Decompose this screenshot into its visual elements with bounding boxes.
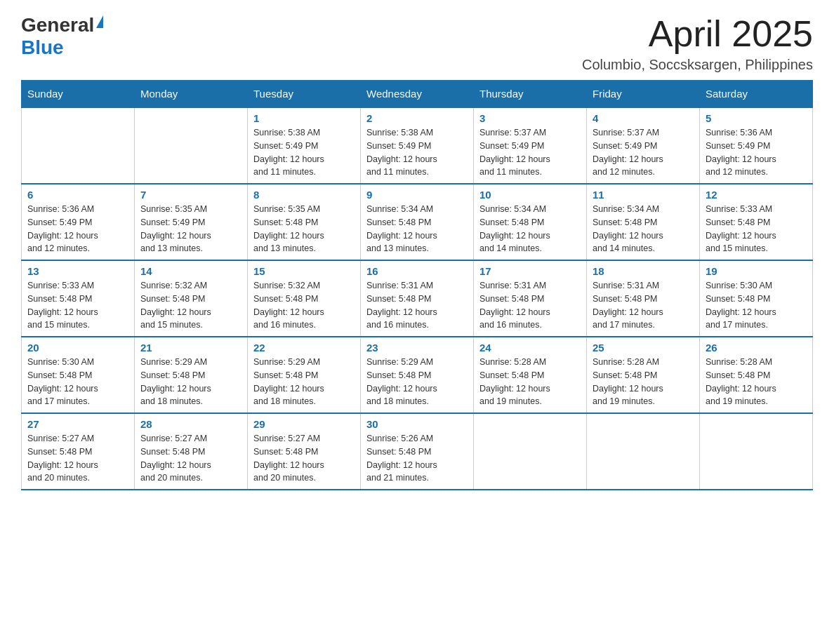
calendar-cell: 28Sunrise: 5:27 AM Sunset: 5:48 PM Dayli… (135, 413, 248, 490)
calendar-header-friday: Friday (587, 81, 700, 108)
day-info: Sunrise: 5:32 AM Sunset: 5:48 PM Dayligh… (253, 279, 355, 332)
calendar-cell: 17Sunrise: 5:31 AM Sunset: 5:48 PM Dayli… (474, 260, 587, 337)
calendar-header-row: SundayMondayTuesdayWednesdayThursdayFrid… (22, 81, 813, 108)
day-number: 30 (366, 418, 468, 430)
calendar-cell: 6Sunrise: 5:36 AM Sunset: 5:49 PM Daylig… (22, 184, 135, 260)
calendar-cell: 11Sunrise: 5:34 AM Sunset: 5:48 PM Dayli… (587, 184, 700, 260)
day-info: Sunrise: 5:27 AM Sunset: 5:48 PM Dayligh… (27, 432, 128, 485)
calendar-header-thursday: Thursday (474, 81, 587, 108)
day-number: 9 (366, 189, 468, 201)
calendar-week-2: 6Sunrise: 5:36 AM Sunset: 5:49 PM Daylig… (22, 184, 813, 260)
calendar-cell: 21Sunrise: 5:29 AM Sunset: 5:48 PM Dayli… (135, 337, 248, 413)
day-info: Sunrise: 5:28 AM Sunset: 5:48 PM Dayligh… (593, 356, 694, 408)
calendar-week-1: 1Sunrise: 5:38 AM Sunset: 5:49 PM Daylig… (22, 107, 813, 184)
day-info: Sunrise: 5:28 AM Sunset: 5:48 PM Dayligh… (479, 356, 581, 408)
calendar-cell: 12Sunrise: 5:33 AM Sunset: 5:48 PM Dayli… (700, 184, 813, 260)
day-number: 19 (706, 265, 807, 277)
calendar-cell (135, 107, 248, 184)
day-number: 17 (479, 265, 581, 277)
logo: General Blue (21, 14, 103, 59)
calendar-cell: 20Sunrise: 5:30 AM Sunset: 5:48 PM Dayli… (22, 337, 135, 413)
day-info: Sunrise: 5:29 AM Sunset: 5:48 PM Dayligh… (253, 356, 355, 408)
calendar-cell: 9Sunrise: 5:34 AM Sunset: 5:48 PM Daylig… (361, 184, 474, 260)
day-info: Sunrise: 5:37 AM Sunset: 5:49 PM Dayligh… (593, 126, 694, 179)
day-number: 16 (366, 265, 468, 277)
day-number: 14 (140, 265, 241, 277)
calendar-cell: 27Sunrise: 5:27 AM Sunset: 5:48 PM Dayli… (22, 413, 135, 490)
calendar-cell (700, 413, 813, 490)
day-number: 2 (366, 112, 468, 124)
day-info: Sunrise: 5:31 AM Sunset: 5:48 PM Dayligh… (366, 279, 468, 332)
calendar-cell: 8Sunrise: 5:35 AM Sunset: 5:48 PM Daylig… (248, 184, 361, 260)
subtitle: Columbio, Soccsksargen, Philippines (582, 57, 813, 73)
logo-general: General (21, 14, 94, 36)
day-info: Sunrise: 5:38 AM Sunset: 5:49 PM Dayligh… (366, 126, 468, 179)
day-number: 22 (253, 342, 355, 354)
calendar-cell: 7Sunrise: 5:35 AM Sunset: 5:49 PM Daylig… (135, 184, 248, 260)
day-number: 8 (253, 189, 355, 201)
day-info: Sunrise: 5:35 AM Sunset: 5:48 PM Dayligh… (253, 203, 355, 255)
calendar-cell: 23Sunrise: 5:29 AM Sunset: 5:48 PM Dayli… (361, 337, 474, 413)
day-number: 29 (253, 418, 355, 430)
day-number: 20 (27, 342, 128, 354)
calendar-cell: 14Sunrise: 5:32 AM Sunset: 5:48 PM Dayli… (135, 260, 248, 337)
calendar-table: SundayMondayTuesdayWednesdayThursdayFrid… (21, 80, 813, 490)
day-info: Sunrise: 5:30 AM Sunset: 5:48 PM Dayligh… (706, 279, 807, 332)
day-info: Sunrise: 5:33 AM Sunset: 5:48 PM Dayligh… (27, 279, 128, 332)
day-info: Sunrise: 5:37 AM Sunset: 5:49 PM Dayligh… (479, 126, 581, 179)
calendar-cell: 2Sunrise: 5:38 AM Sunset: 5:49 PM Daylig… (361, 107, 474, 184)
day-info: Sunrise: 5:27 AM Sunset: 5:48 PM Dayligh… (140, 432, 241, 485)
day-number: 3 (479, 112, 581, 124)
calendar-cell: 24Sunrise: 5:28 AM Sunset: 5:48 PM Dayli… (474, 337, 587, 413)
calendar-cell: 16Sunrise: 5:31 AM Sunset: 5:48 PM Dayli… (361, 260, 474, 337)
calendar-cell: 5Sunrise: 5:36 AM Sunset: 5:49 PM Daylig… (700, 107, 813, 184)
day-info: Sunrise: 5:30 AM Sunset: 5:48 PM Dayligh… (27, 356, 128, 408)
day-number: 12 (706, 189, 807, 201)
calendar-cell: 15Sunrise: 5:32 AM Sunset: 5:48 PM Dayli… (248, 260, 361, 337)
logo-blue: Blue (21, 36, 64, 59)
calendar-week-4: 20Sunrise: 5:30 AM Sunset: 5:48 PM Dayli… (22, 337, 813, 413)
calendar-cell: 1Sunrise: 5:38 AM Sunset: 5:49 PM Daylig… (248, 107, 361, 184)
day-number: 7 (140, 189, 241, 201)
calendar-cell: 3Sunrise: 5:37 AM Sunset: 5:49 PM Daylig… (474, 107, 587, 184)
calendar-week-3: 13Sunrise: 5:33 AM Sunset: 5:48 PM Dayli… (22, 260, 813, 337)
day-number: 1 (253, 112, 355, 124)
calendar-cell: 4Sunrise: 5:37 AM Sunset: 5:49 PM Daylig… (587, 107, 700, 184)
title-section: April 2025 Columbio, Soccsksargen, Phili… (582, 14, 813, 73)
day-number: 18 (593, 265, 694, 277)
day-info: Sunrise: 5:32 AM Sunset: 5:48 PM Dayligh… (140, 279, 241, 332)
calendar-cell: 26Sunrise: 5:28 AM Sunset: 5:48 PM Dayli… (700, 337, 813, 413)
day-info: Sunrise: 5:33 AM Sunset: 5:48 PM Dayligh… (706, 203, 807, 255)
calendar-cell: 18Sunrise: 5:31 AM Sunset: 5:48 PM Dayli… (587, 260, 700, 337)
calendar-header-sunday: Sunday (22, 81, 135, 108)
day-info: Sunrise: 5:36 AM Sunset: 5:49 PM Dayligh… (706, 126, 807, 179)
calendar-cell: 19Sunrise: 5:30 AM Sunset: 5:48 PM Dayli… (700, 260, 813, 337)
calendar-cell: 29Sunrise: 5:27 AM Sunset: 5:48 PM Dayli… (248, 413, 361, 490)
calendar-cell (22, 107, 135, 184)
calendar-cell: 13Sunrise: 5:33 AM Sunset: 5:48 PM Dayli… (22, 260, 135, 337)
calendar-header-wednesday: Wednesday (361, 81, 474, 108)
day-number: 23 (366, 342, 468, 354)
day-number: 15 (253, 265, 355, 277)
day-number: 28 (140, 418, 241, 430)
calendar-cell (474, 413, 587, 490)
day-number: 26 (706, 342, 807, 354)
day-info: Sunrise: 5:35 AM Sunset: 5:49 PM Dayligh… (140, 203, 241, 255)
day-info: Sunrise: 5:34 AM Sunset: 5:48 PM Dayligh… (593, 203, 694, 255)
day-number: 25 (593, 342, 694, 354)
day-number: 13 (27, 265, 128, 277)
day-info: Sunrise: 5:29 AM Sunset: 5:48 PM Dayligh… (140, 356, 241, 408)
day-info: Sunrise: 5:27 AM Sunset: 5:48 PM Dayligh… (253, 432, 355, 485)
day-info: Sunrise: 5:31 AM Sunset: 5:48 PM Dayligh… (593, 279, 694, 332)
calendar-cell: 22Sunrise: 5:29 AM Sunset: 5:48 PM Dayli… (248, 337, 361, 413)
day-info: Sunrise: 5:29 AM Sunset: 5:48 PM Dayligh… (366, 356, 468, 408)
logo-triangle-icon (96, 15, 103, 28)
day-info: Sunrise: 5:36 AM Sunset: 5:49 PM Dayligh… (27, 203, 128, 255)
calendar-header-tuesday: Tuesday (248, 81, 361, 108)
day-number: 27 (27, 418, 128, 430)
day-number: 10 (479, 189, 581, 201)
day-number: 5 (706, 112, 807, 124)
calendar-header-monday: Monday (135, 81, 248, 108)
page-header: General Blue April 2025 Columbio, Soccsk… (21, 14, 813, 73)
day-info: Sunrise: 5:34 AM Sunset: 5:48 PM Dayligh… (479, 203, 581, 255)
